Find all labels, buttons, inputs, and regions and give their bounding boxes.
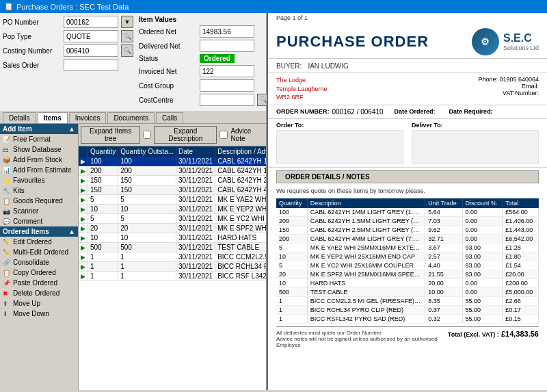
table-row[interactable]: ▶ 100 100 30/11/2021 CABL 6242YH 1MM LIG… <box>79 157 266 166</box>
sidebar-item-comment[interactable]: 💬 Comment <box>0 216 78 226</box>
sidebar-item-goods-required[interactable]: 📋 Goods Required <box>0 196 78 206</box>
po-address-left: The Lodge Temple Laugherne WR2 6RF <box>276 76 472 102</box>
row-date: 30/11/2021 <box>176 252 215 262</box>
table-row[interactable]: ▶ 10 10 30/11/2021 HARD HATS <box>79 233 266 243</box>
sidebar-item-scanner[interactable]: 📷 Scanner <box>0 206 78 216</box>
col-desc: Description / Advice Note <box>215 146 266 157</box>
tab-documents[interactable]: Documents <box>107 112 155 123</box>
row-icon[interactable]: ▶ <box>79 157 88 166</box>
table-row[interactable]: ▶ 150 150 30/11/2021 CABL 6242YH 4MM LIG… <box>79 185 266 195</box>
sidebar-item-multi-edit[interactable]: ✏️ Multi-Edit Ordered <box>0 247 78 257</box>
sidebar-item-consolidate[interactable]: 🔗 Consolidate <box>0 257 78 267</box>
row-icon[interactable]: ▶ <box>79 214 88 224</box>
table-row[interactable]: ▶ 1 1 30/11/2021 BICC RCHL34 PYRO CLIP (… <box>79 262 266 272</box>
po-table-row: 5 MK E YAE2 WHI 25MMX16MM EXTERNAL ANGLE… <box>276 243 539 252</box>
tab-details[interactable]: Details <box>3 112 36 123</box>
add-item-section[interactable]: Add Item ▲ <box>0 124 78 134</box>
table-row[interactable]: ▶ 5 5 30/11/2021 MK E YC2 WHI 25X16MM CO… <box>79 214 266 224</box>
sidebar-item-favourites[interactable]: ⭐ Favourites <box>0 175 78 185</box>
sidebar-item-add-from-estimate[interactable]: 📊 Add From Estimate <box>0 165 78 175</box>
po-number-input[interactable] <box>64 16 118 28</box>
move-down-icon: ⬇ <box>3 311 11 317</box>
sales-order-input[interactable] <box>64 59 118 71</box>
cost-group-input[interactable] <box>200 79 254 92</box>
sidebar-item-delete-ordered[interactable]: ✖ Delete Ordered <box>0 288 78 298</box>
table-row[interactable]: ▶ 200 200 30/11/2021 CABL 6242YH 1.5MM L… <box>79 166 266 176</box>
free-format-icon: 📝 <box>3 136 11 143</box>
expand-items-tree-btn[interactable]: Expand Items tree <box>81 126 140 144</box>
table-row[interactable]: ▶ 10 10 30/11/2021 MK E YEP2 WHI 25MMX16… <box>79 205 266 214</box>
po-row-unit: 7.03 <box>425 216 462 225</box>
pop-type-input[interactable] <box>64 30 118 42</box>
edit-ordered-label: Edit Ordered <box>13 238 52 246</box>
costing-number-input[interactable] <box>64 44 118 57</box>
consolidate-label: Consolidate <box>13 259 49 266</box>
row-icon[interactable]: ▶ <box>79 195 88 205</box>
delivered-net-input[interactable] <box>200 40 254 52</box>
sidebar-item-kits[interactable]: 🔧 Kits <box>0 185 78 196</box>
sidebar-item-add-from-stock[interactable]: 📦 Add From Stock <box>0 155 78 165</box>
row-icon[interactable]: ▶ <box>79 185 88 195</box>
row-icon[interactable]: ▶ <box>79 243 88 252</box>
po-header: PURCHASE ORDER ⚙ S.E.C Solutions Ltd <box>268 23 547 59</box>
po-row-total: £564.00 <box>503 208 539 217</box>
costing-number-label: Costing Number <box>3 47 61 55</box>
po-number-label: PO Number <box>3 18 61 26</box>
item-values-label: Item Values <box>139 16 269 23</box>
sidebar-item-copy-ordered[interactable]: 📋 Copy Ordered <box>0 267 78 278</box>
table-row[interactable]: ▶ 1 1 30/11/2021 BICC RSF L342 PYRO SAD … <box>79 272 266 281</box>
po-number-btn[interactable]: ▼ <box>121 16 133 28</box>
row-date: 30/11/2021 <box>176 272 215 281</box>
invoiced-net-input[interactable] <box>200 65 254 77</box>
sidebar-item-move-down[interactable]: ⬇ Move Down <box>0 309 78 319</box>
ordered-net-input[interactable] <box>200 25 254 38</box>
po-row-desc: CABL 6242YH 4MM LIGHT GREY (7:0.85) TWIN… <box>307 234 425 243</box>
tab-calls[interactable]: Calls <box>156 112 183 123</box>
sidebar-item-move-up[interactable]: ⬆ Move Up <box>0 298 78 309</box>
table-row[interactable]: ▶ 20 20 30/11/2021 MK E SPF2 WHI 25MMX16… <box>79 224 266 233</box>
po-total: Total (Excl. VAT) : £14,383.56 <box>448 330 539 338</box>
row-icon[interactable]: ▶ <box>79 252 88 262</box>
po-footer-notes: All deliveries must quote our Order Numb… <box>276 330 448 348</box>
ordered-items-section[interactable]: Ordered Items ▲ <box>0 226 78 237</box>
row-icon[interactable]: ▶ <box>79 205 88 214</box>
sidebar-item-free-format[interactable]: 📝 Free Format <box>0 134 78 144</box>
sidebar-item-paste-ordered[interactable]: 📌 Paste Ordered <box>0 278 78 288</box>
row-icon[interactable]: ▶ <box>79 262 88 272</box>
po-row-qty: 10 <box>276 278 307 287</box>
row-qty: 500 <box>88 243 118 252</box>
row-icon[interactable]: ▶ <box>79 166 88 176</box>
po-row-unit: 5.64 <box>425 208 462 217</box>
tab-items[interactable]: Items <box>38 112 68 123</box>
po-order-number-field: ORDER NUMBER: 000162 / 006410 <box>276 108 384 116</box>
costing-number-btn[interactable]: 🔍 <box>121 44 133 57</box>
row-desc: MK E SPF2 WHI 25MMX16MM SPEEDFX... <box>215 224 266 233</box>
po-row-unit: 8.35 <box>425 296 462 305</box>
po-date-ordered-field: Date Ordered: <box>395 108 438 115</box>
row-icon[interactable]: ▶ <box>79 233 88 243</box>
expand-description-checkbox[interactable] <box>219 131 228 139</box>
cost-centre-input[interactable] <box>200 94 254 106</box>
move-down-label: Move Down <box>13 310 49 317</box>
pop-type-btn[interactable]: 🔍 <box>121 30 133 42</box>
po-footer-note2: Advice notes will not be signed unless a… <box>276 336 448 348</box>
table-row[interactable]: ▶ 5 5 30/11/2021 MK E YAE2 WHI 25MMX16MM… <box>79 195 266 205</box>
po-col-unit: Unit Trade <box>425 198 462 208</box>
row-icon[interactable]: ▶ <box>79 176 88 185</box>
table-row[interactable]: ▶ 500 500 30/11/2021 TEST CABLE <box>79 243 266 252</box>
expand-items-checkbox[interactable] <box>143 131 151 139</box>
tab-invoices[interactable]: Invoices <box>69 112 107 123</box>
po-row-desc: HARD HATS <box>307 278 425 287</box>
sidebar-item-edit-ordered[interactable]: ✏️ Edit Ordered <box>0 237 78 247</box>
table-row[interactable]: ▶ 150 150 30/11/2021 CABL 6242YH 2.5MM L… <box>79 176 266 185</box>
po-total-label: Total (Excl. VAT) : <box>448 331 499 338</box>
row-icon[interactable]: ▶ <box>79 224 88 233</box>
page-nav: Page 1 of 1 <box>268 13 547 23</box>
row-qty: 10 <box>88 233 118 243</box>
form-top: PO Number ▼ Pop Type 🔍 Costing Number 🔍 … <box>0 13 266 111</box>
form-right: Item Values Ordered Net Delivered Net St… <box>139 16 269 108</box>
table-row[interactable]: ▶ 1 1 30/11/2021 BICC CCM2L2.5 MI CBL (F… <box>79 252 266 262</box>
sidebar-item-show-database[interactable]: 🗃 Show Database <box>0 144 78 155</box>
expand-description-btn[interactable]: Expand Description <box>154 126 217 144</box>
row-icon[interactable]: ▶ <box>79 272 88 281</box>
